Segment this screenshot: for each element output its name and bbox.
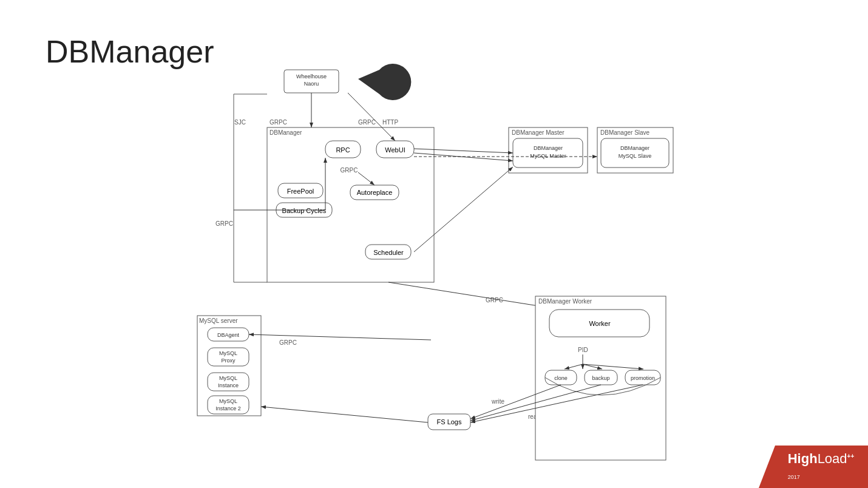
diagram: Wheelhouse Naoru SJC GRPC GRPC HTTP DBMa…	[0, 0, 868, 488]
svg-text:Worker: Worker	[589, 320, 611, 327]
svg-text:backup: backup	[592, 375, 609, 381]
svg-text:MySQL server: MySQL server	[199, 317, 238, 324]
svg-text:DBManager Master: DBManager Master	[512, 129, 565, 136]
svg-line-62	[249, 334, 431, 340]
svg-text:DBManager: DBManager	[270, 129, 302, 136]
svg-text:FS Logs: FS Logs	[437, 418, 462, 425]
svg-text:DBManager Worker: DBManager Worker	[538, 298, 592, 305]
svg-text:HTTP: HTTP	[382, 119, 398, 126]
svg-text:promotion: promotion	[631, 375, 655, 381]
svg-text:MySQL Slave: MySQL Slave	[619, 153, 652, 159]
svg-text:FreePool: FreePool	[287, 188, 314, 195]
svg-text:clone: clone	[554, 375, 568, 381]
svg-text:GRPC: GRPC	[358, 119, 376, 126]
svg-text:Backup Cycles: Backup Cycles	[282, 207, 327, 214]
svg-text:GRPC: GRPC	[215, 220, 233, 227]
svg-text:write: write	[491, 398, 505, 405]
svg-text:Proxy: Proxy	[221, 358, 236, 364]
svg-text:DBManager: DBManager	[534, 145, 563, 151]
svg-text:DBManager Slave: DBManager Slave	[600, 129, 650, 136]
svg-text:Naoru: Naoru	[304, 81, 319, 87]
svg-text:Instance 2: Instance 2	[215, 405, 241, 412]
svg-text:MySQL: MySQL	[219, 398, 237, 404]
highload-logo: HighLoad++2017	[759, 446, 868, 488]
svg-text:MySQL Master: MySQL Master	[530, 153, 566, 159]
svg-text:DBAgent: DBAgent	[217, 332, 240, 338]
svg-text:PID: PID	[578, 347, 588, 353]
logo-text: HighLoad++2017	[788, 451, 855, 483]
svg-text:MySQL: MySQL	[219, 375, 237, 381]
svg-text:GRPC: GRPC	[270, 119, 287, 126]
svg-text:RPC: RPC	[336, 146, 350, 154]
svg-text:Wheelhouse: Wheelhouse	[296, 73, 327, 80]
svg-text:Instance: Instance	[218, 382, 239, 388]
svg-text:Autoreplace: Autoreplace	[357, 189, 393, 196]
svg-line-85	[261, 407, 428, 422]
svg-text:SJC: SJC	[234, 119, 246, 126]
svg-text:MySQL: MySQL	[219, 350, 237, 356]
svg-text:Scheduler: Scheduler	[373, 249, 404, 256]
svg-text:GRPC: GRPC	[279, 339, 297, 346]
svg-text:WebUI: WebUI	[385, 146, 405, 154]
svg-text:DBManager: DBManager	[620, 145, 649, 151]
svg-text:GRPC: GRPC	[341, 167, 358, 174]
